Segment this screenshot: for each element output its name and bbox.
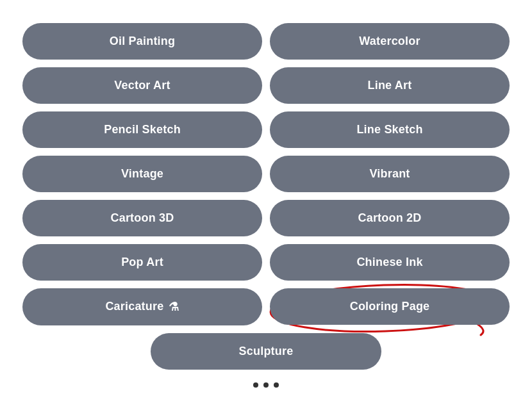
vector-art-button[interactable]: Vector Art (22, 67, 262, 104)
dot-1 (253, 382, 258, 388)
chinese-ink-button[interactable]: Chinese Ink (270, 244, 510, 281)
chinese-ink-label: Chinese Ink (356, 256, 422, 269)
dot-3 (274, 382, 279, 388)
main-container: Oil Painting Watercolor Vector Art Line … (0, 10, 532, 400)
vibrant-button[interactable]: Vibrant (270, 156, 510, 192)
button-grid: Oil Painting Watercolor Vector Art Line … (22, 23, 510, 325)
line-art-button[interactable]: Line Art (270, 67, 510, 104)
cartoon-3d-button[interactable]: Cartoon 3D (22, 200, 262, 236)
vibrant-label: Vibrant (369, 167, 410, 181)
coloring-page-button[interactable]: Coloring Page (270, 288, 510, 325)
caricature-label: Caricature (105, 300, 163, 313)
oil-painting-label: Oil Painting (110, 35, 175, 48)
dots-indicator (253, 382, 279, 388)
watercolor-label: Watercolor (359, 35, 420, 48)
vintage-button[interactable]: Vintage (22, 156, 262, 192)
vector-art-label: Vector Art (114, 79, 170, 92)
pop-art-button[interactable]: Pop Art (22, 244, 262, 281)
coloring-page-label: Coloring Page (350, 300, 430, 313)
caricature-button[interactable]: Caricature ⚗ (22, 288, 262, 325)
pencil-sketch-label: Pencil Sketch (104, 123, 181, 136)
line-sketch-label: Line Sketch (356, 123, 422, 136)
vintage-label: Vintage (121, 167, 163, 181)
line-art-label: Line Art (368, 79, 412, 92)
dot-2 (263, 382, 269, 388)
sculpture-label: Sculpture (239, 345, 294, 358)
pencil-sketch-button[interactable]: Pencil Sketch (22, 111, 262, 148)
flask-icon: ⚗ (169, 300, 179, 314)
cartoon-2d-label: Cartoon 2D (358, 211, 421, 225)
coloring-page-container: Coloring Page (270, 288, 510, 325)
sculpture-button[interactable]: Sculpture (151, 333, 381, 370)
line-sketch-button[interactable]: Line Sketch (270, 111, 510, 148)
pop-art-label: Pop Art (121, 256, 163, 269)
oil-painting-button[interactable]: Oil Painting (22, 23, 262, 60)
watercolor-button[interactable]: Watercolor (270, 23, 510, 60)
cartoon-3d-label: Cartoon 3D (110, 211, 174, 225)
cartoon-2d-button[interactable]: Cartoon 2D (270, 200, 510, 236)
sculpture-row: Sculpture (22, 333, 510, 370)
